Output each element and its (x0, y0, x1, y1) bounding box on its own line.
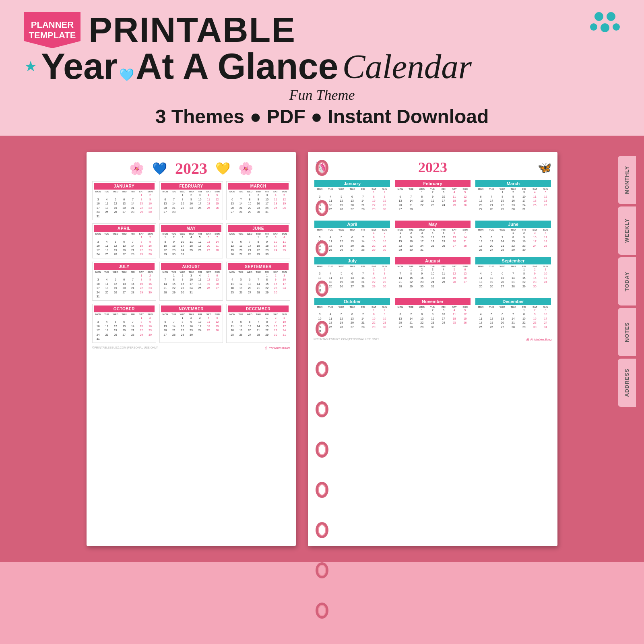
banner-row: PLANNER TEMPLATE PRINTABLE (24, 12, 620, 48)
styled-month-name: September (475, 257, 551, 264)
planner-banner: PLANNER TEMPLATE (24, 12, 80, 48)
month-january: JANUARY MONTUEWEDTHUFRISATSUN 12 3456789… (92, 181, 156, 220)
cal-days: 1234567 891011121314 15161718192021 2223… (161, 235, 222, 257)
right-page-header: 🦄 2023 🦋 (314, 159, 552, 176)
ring (316, 603, 328, 619)
cal-days: 12 3456789 10111213141516 17181920212223… (94, 316, 155, 341)
styled-month-name: February (395, 180, 471, 187)
styled-cal-days: 1234567 891011121314 15161718192021 2223… (395, 231, 471, 252)
month-june: JUNE MONTUEWEDTHUFRISATSUN 1234 56789101… (226, 223, 290, 258)
ring (316, 240, 328, 256)
month-september: SEPTEMBER MONTUEWEDTHUFRISATSUN 123 4567… (226, 262, 290, 301)
right-page: 🦄 2023 🦋 January MONTUEWEDTHUFRISATSUN 1… (308, 152, 557, 546)
cal-days: 12345 6789101112 13141516171819 20212223… (228, 193, 289, 215)
blob-deco: 💙 (152, 161, 167, 175)
year-text: Year🩵At A Glance (41, 48, 339, 85)
cal-days: 12345 6789101112 13141516171819 20212223… (161, 316, 222, 337)
styled-cal-days: 123 45678910 11121314151617 181920212223… (475, 268, 551, 289)
styled-month-august: August MONTUEWEDTHUFRISATSUN 123456 7891… (394, 256, 471, 294)
cal-days: 123456 78910111213 14151617181920 212223… (161, 274, 222, 295)
tab-weekly[interactable]: WEEKLY (618, 206, 636, 255)
month-december: DECEMBER MONTUEWEDTHUFRISATSUN 123 45678… (226, 304, 290, 343)
tabs-container: MONTHLY WEEKLY TODAY NOTES ADDRESS (618, 156, 636, 407)
month-name: JUNE (228, 225, 289, 232)
ring (316, 321, 328, 337)
month-name: DECEMBER (228, 305, 289, 312)
themes-row: 3 Themes ● PDF ● Instant Download (24, 105, 620, 128)
styled-cal-days: 1234 567891011 12131415161718 1920212223… (475, 231, 551, 252)
ring (316, 442, 328, 458)
months-grid-right: January MONTUEWEDTHUFRISATSUN 12 3456789… (314, 179, 552, 334)
month-july: JULY MONTUEWEDTHUFRISATSUN 12 3456789 10… (92, 262, 156, 301)
month-name: APRIL (94, 225, 155, 232)
cal-header: MONTUEWEDTHUFRISATSUN (161, 190, 222, 193)
brand-logo-left: 🖨 PrintablesBuzz (264, 346, 290, 350)
tab-notes[interactable]: NOTES (618, 308, 636, 356)
month-name: JANUARY (94, 183, 155, 190)
cal-header: MONTUEWEDTHUFRISATSUN (161, 233, 222, 235)
styled-month-december: December MONTUEWEDTHUFRISATSUN 123 45678… (475, 297, 552, 334)
cal-days: 12 3456789 10111213141516 17181920212223… (94, 274, 155, 299)
styled-cal-days: 12345 6789101112 13141516171819 20212223… (475, 190, 551, 212)
month-april: APRIL MONTUEWEDTHUFRISATSUN 12 3456789 1… (92, 223, 156, 258)
styled-month-september: September MONTUEWEDTHUFRISATSUN 123 4567… (475, 256, 552, 294)
fun-theme-text: Fun Theme (24, 87, 620, 103)
tab-monthly[interactable]: MONTHLY (618, 156, 636, 204)
cal-header: MONTUEWEDTHUFRISATSUN (94, 190, 155, 193)
cal-header: MONTUEWEDTHUFRISATSUN (161, 271, 222, 273)
tab-today[interactable]: TODAY (618, 257, 636, 305)
styled-month-name: November (395, 298, 471, 305)
styled-month-name: May (395, 221, 471, 228)
month-february: FEBRUARY MONTUEWEDTHUFRISATSUN 12345 678… (159, 181, 223, 220)
printable-title: PRINTABLE (89, 12, 296, 47)
brand-logo-right: 🖨 PrintablesBuzz (526, 338, 552, 341)
styled-month-february: February MONTUEWEDTHUFRISATSUN 12345 678… (394, 179, 471, 217)
blob-deco: 🌸 (238, 161, 253, 175)
blob-deco: 💛 (215, 161, 230, 175)
heart-icon: 🩵 (119, 69, 134, 81)
cal-days: 12345 6789101112 13141516171819 20212223… (161, 193, 222, 215)
styled-cal-days: 123456 78910111213 14151617181920 212223… (395, 268, 471, 289)
decorative-dots (590, 12, 620, 32)
teal-dot (607, 12, 615, 21)
left-year: 2023 (175, 159, 207, 178)
cal-header: MONTUEWEDTHUFRISATSUN (94, 313, 155, 316)
month-name: FEBRUARY (161, 183, 222, 190)
star-icon: ★ (24, 58, 37, 75)
left-page-header: 🌸 💙 2023 💛 🌸 (92, 159, 290, 178)
blob-deco: 🌸 (129, 161, 144, 175)
cal-header: MONTUEWEDTHUFRISATSUN (228, 271, 289, 273)
styled-cal-days: 123 45678910 11121314151617 181920212223… (475, 308, 551, 330)
month-august: AUGUST MONTUEWEDTHUFRISATSUN 123456 7891… (159, 262, 223, 301)
ring (316, 160, 328, 176)
cal-days: 123 45678910 11121314151617 181920212223… (228, 316, 289, 337)
butterfly-icon: 🦋 (538, 161, 552, 174)
cal-header: MONTUEWEDTHUFRISATSUN (228, 190, 289, 193)
right-year: 2023 (418, 159, 447, 176)
month-march: MARCH MONTUEWEDTHUFRISATSUN 12345 678910… (226, 181, 290, 220)
cal-days: 123 45678910 11121314151617 181920212223… (228, 274, 289, 295)
styled-month-name: December (475, 298, 551, 305)
cal-header: MONTUEWEDTHUFRISATSUN (161, 313, 222, 316)
month-may: MAY MONTUEWEDTHUFRISATSUN 1234567 891011… (159, 223, 223, 258)
month-name: SEPTEMBER (228, 263, 289, 270)
teal-dot (601, 23, 609, 32)
cal-days: 12 3456789 10111213141516 17181920212223… (94, 235, 155, 257)
planner-section: 🌸 💙 2023 💛 🌸 JANUARY MONTUEWEDTHUFRISATS… (0, 136, 644, 562)
ring (316, 482, 328, 498)
styled-month-name: June (475, 221, 551, 228)
themes-line: 3 Themes ● PDF ● Instant Download (155, 106, 489, 127)
styled-cal-days: 12345 6789101112 13141516171819 20212223… (395, 308, 471, 330)
cal-header: MONTUEWEDTHUFRISATSUN (228, 233, 289, 235)
ring (316, 562, 328, 578)
tab-address[interactable]: ADDRESS (618, 359, 636, 407)
month-name: OCTOBER (94, 305, 155, 312)
right-watermark: ©PRINTABLESBUZZ.COM |PERSONAL USE ONLY 🖨… (314, 338, 552, 341)
styled-month-june: June MONTUEWEDTHUFRISATSUN 1234 56789101… (475, 220, 552, 253)
year-glance-row: ★ Year🩵At A Glance Calendar (24, 48, 620, 85)
month-october: OCTOBER MONTUEWEDTHUFRISATSUN 12 3456789… (92, 304, 156, 343)
cal-header: MONTUEWEDTHUFRISATSUN (94, 271, 155, 273)
styled-month-march: March MONTUEWEDTHUFRISATSUN 12345 678910… (475, 179, 552, 217)
ring (316, 401, 328, 417)
styled-month-name: March (475, 180, 551, 187)
